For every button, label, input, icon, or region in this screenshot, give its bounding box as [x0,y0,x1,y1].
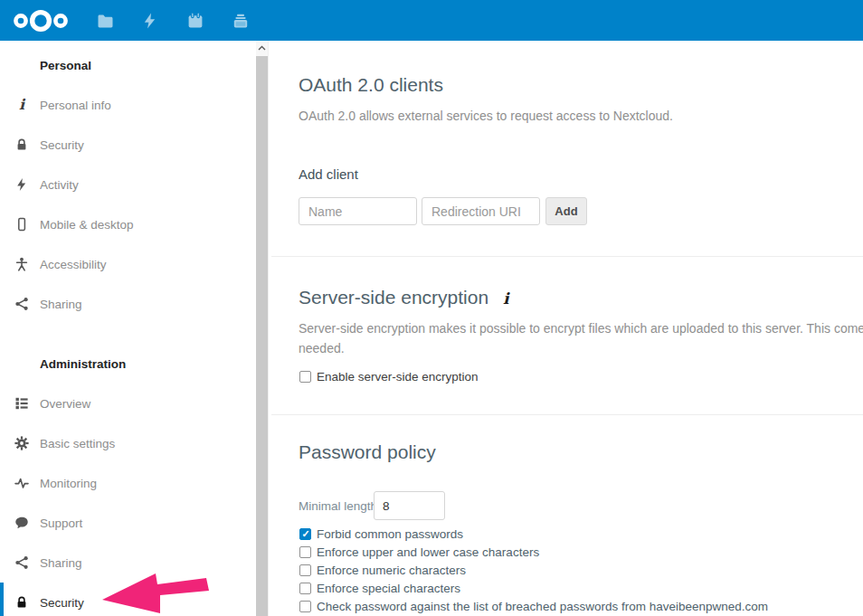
sidebar-item-label: Support [40,516,82,530]
checkbox-icon[interactable] [299,371,311,383]
calendar-icon [186,12,204,30]
scroll-up-button[interactable] [256,41,268,54]
deck-icon [232,12,250,30]
lightning-icon [14,177,29,192]
mobile-icon [14,217,29,232]
encryption-description-line2: needed. [299,341,345,355]
sidebar-item-sharing-admin[interactable]: Sharing [0,543,256,583]
chat-icon [14,516,29,530]
checkbox-icon[interactable] [299,583,311,594]
check-haveibeenpwned-row[interactable]: Check password against the list of breac… [299,599,768,613]
add-client-label: Add client [299,166,358,182]
encryption-title-text: Server-side encryption [299,287,488,308]
minimal-length-input[interactable] [374,491,445,520]
info-icon[interactable]: i [503,289,508,308]
sidebar-item-label: Security [40,596,84,610]
checkbox-label: Forbid common passwords [317,527,463,541]
checkbox-label: Check password against the list of breac… [317,600,768,613]
enable-encryption-label: Enable server-side encryption [317,370,479,384]
redirection-uri-input[interactable] [422,197,540,225]
checkbox-icon[interactable] [299,546,311,558]
sidebar-item-monitoring[interactable]: Monitoring [0,463,256,503]
encryption-description-line1: Server-side encryption makes it possible… [299,321,863,336]
sidebar-item-activity[interactable]: Activity [0,165,256,204]
app-menu [82,0,263,41]
sidebar-scrollbar[interactable] [256,41,269,616]
sidebar-item-label: Mobile & desktop [40,218,134,232]
lightning-icon [141,12,159,30]
sidebar-item-basic-settings[interactable]: Basic settings [0,423,256,463]
sidebar-item-label: Monitoring [40,477,97,490]
checkbox-label: Enforce upper and lower case characters [317,545,539,559]
activity-app-button[interactable] [128,0,173,41]
gear-icon [14,436,29,450]
header-bar [0,0,863,41]
list-icon [14,396,29,411]
forbid-common-passwords-row[interactable]: Forbid common passwords [299,526,463,541]
minimal-length-label: Minimal length [299,499,377,513]
enforce-special-row[interactable]: Enforce special characters [299,581,460,595]
sidebar-item-label: Basic settings [40,437,115,450]
sidebar-item-label: Activity [40,178,79,192]
sidebar-section-personal: Personal [0,45,256,85]
pulse-icon [14,476,29,490]
calendar-app-button[interactable] [173,0,218,41]
lock-icon [14,137,29,152]
lock-icon [14,595,29,610]
password-policy-title: Password policy [299,441,436,463]
sidebar-item-personal-info[interactable]: i Personal info [0,85,256,125]
nextcloud-logo-icon [13,7,69,34]
sidebar-item-mobile-desktop[interactable]: Mobile & desktop [0,204,256,244]
sidebar-item-security-admin[interactable]: Security [0,583,256,616]
client-name-input[interactable] [299,197,417,225]
password-policy-section: Password policy Minimal length Forbid co… [271,415,863,616]
sidebar-item-label: Overview [40,397,90,411]
checkbox-icon[interactable] [299,601,311,612]
sidebar-item-security-personal[interactable]: Security [0,125,256,165]
sidebar-item-accessibility[interactable]: Accessibility [0,244,256,284]
sidebar-item-label: Personal info [40,99,111,112]
add-client-button[interactable]: Add [545,197,587,225]
oauth-section: OAuth 2.0 clients OAuth 2.0 allows exter… [271,41,863,256]
enforce-numeric-row[interactable]: Enforce numeric characters [299,563,466,577]
share-icon [14,555,29,570]
checkbox-icon[interactable] [299,528,311,540]
folder-icon [96,12,114,30]
sidebar-item-label: Accessibility [40,258,107,271]
sidebar-item-label: Security [40,138,84,152]
oauth-description: OAuth 2.0 allows external services to re… [299,109,673,123]
deck-app-button[interactable] [218,0,263,41]
settings-sidebar: Personal i Personal info Security Activi… [0,41,256,616]
oauth-title: OAuth 2.0 clients [299,74,443,96]
info-icon: i [14,98,29,112]
files-app-button[interactable] [82,0,128,41]
sidebar-item-overview[interactable]: Overview [0,384,256,423]
scrollbar-thumb[interactable] [256,56,268,616]
sidebar-item-label: Sharing [40,556,82,570]
checkbox-label: Enforce special characters [317,582,460,595]
checkbox-label: Enforce numeric characters [317,564,466,577]
checkbox-icon[interactable] [299,564,311,576]
nextcloud-logo[interactable] [12,0,70,41]
accessibility-icon [14,257,29,271]
enable-encryption-checkbox-row[interactable]: Enable server-side encryption [299,369,479,384]
chevron-up-icon [258,45,266,51]
sidebar-item-support[interactable]: Support [0,503,256,543]
enforce-upper-lower-row[interactable]: Enforce upper and lower case characters [299,545,539,559]
encryption-section: Server-side encryption i Server-side enc… [271,257,863,414]
share-icon [14,297,29,311]
sidebar-item-label: Sharing [40,298,82,311]
encryption-title: Server-side encryption i [299,287,509,308]
sidebar-section-administration: Administration [0,344,256,384]
sidebar-item-sharing-personal[interactable]: Sharing [0,284,256,324]
